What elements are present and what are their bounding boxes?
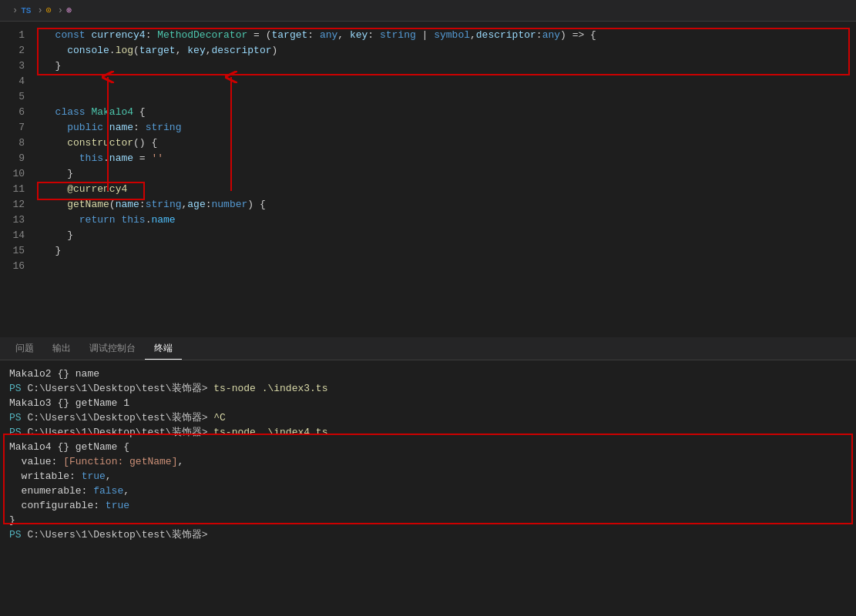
breadcrumb-sep-1: › — [12, 5, 18, 16]
tab-problems[interactable]: 问题 — [6, 338, 43, 360]
terminal-line-9: configurable: true — [9, 498, 847, 513]
terminal-line-3: PS C:\Users\1\Desktop\test\装饰器> ^C — [9, 410, 847, 425]
code-line-11: @currency4 — [37, 182, 856, 197]
code-line-15: } — [37, 243, 856, 259]
code-line-2: console.log(target, key,descriptor) — [37, 43, 856, 59]
terminal-panel: 问题 输出 调试控制台 终端 Makalo2 {} namePS C:\User… — [0, 337, 856, 616]
terminal-line-11: PS C:\Users\1\Desktop\test\装饰器> — [9, 527, 847, 542]
breadcrumb: › TS › ⊙ › ⊛ — [0, 0, 856, 22]
line-numbers: 12345678910111213141516 — [0, 22, 37, 337]
code-line-5 — [37, 89, 856, 105]
breadcrumb-sep-2: › — [37, 5, 42, 16]
terminal-line-6: value: [Function: getName], — [9, 454, 847, 469]
code-line-8: constructor() { — [37, 136, 856, 151]
code-container: 12345678910111213141516 const currency4:… — [0, 22, 856, 337]
terminal-content[interactable]: Makalo2 {} namePS C:\Users\1\Desktop\tes… — [0, 360, 856, 616]
method-icon: ⊛ — [66, 5, 72, 16]
code-line-10: } — [37, 166, 856, 182]
tab-output[interactable]: 输出 — [43, 338, 80, 360]
code-line-4 — [37, 74, 856, 89]
terminal-line-2: Makalo3 {} getName 1 — [9, 396, 847, 410]
code-line-1: const currency4: MethodDecorator = (targ… — [37, 28, 856, 43]
code-content[interactable]: const currency4: MethodDecorator = (targ… — [37, 22, 856, 337]
code-line-16 — [37, 259, 856, 274]
terminal-line-1: PS C:\Users\1\Desktop\test\装饰器> ts-node … — [9, 381, 847, 396]
editor-area: 12345678910111213141516 const currency4:… — [0, 22, 856, 337]
code-line-6: class Makalo4 { — [37, 105, 856, 120]
code-line-3: } — [37, 59, 856, 74]
terminal-line-0: Makalo2 {} name — [9, 367, 847, 381]
ts-icon: TS — [21, 6, 31, 15]
terminal-line-8: enumerable: false, — [9, 484, 847, 498]
code-line-9: this.name = '' — [37, 151, 856, 166]
terminal-line-4: PS C:\Users\1\Desktop\test\装饰器> ts-node … — [9, 425, 847, 440]
class-icon: ⊙ — [46, 5, 52, 16]
code-line-14: } — [37, 228, 856, 243]
breadcrumb-sep-3: › — [58, 5, 63, 16]
code-line-12: getName(name:string,age:number) { — [37, 197, 856, 213]
code-line-13: return this.name — [37, 213, 856, 228]
terminal-line-7: writable: true, — [9, 469, 847, 484]
tab-terminal[interactable]: 终端 — [145, 338, 182, 360]
terminal-line-10: } — [9, 513, 847, 527]
tab-debug-console[interactable]: 调试控制台 — [80, 338, 145, 360]
terminal-line-5: Makalo4 {} getName { — [9, 440, 847, 454]
terminal-tabs: 问题 输出 调试控制台 终端 — [0, 337, 856, 360]
code-line-7: public name: string — [37, 120, 856, 136]
